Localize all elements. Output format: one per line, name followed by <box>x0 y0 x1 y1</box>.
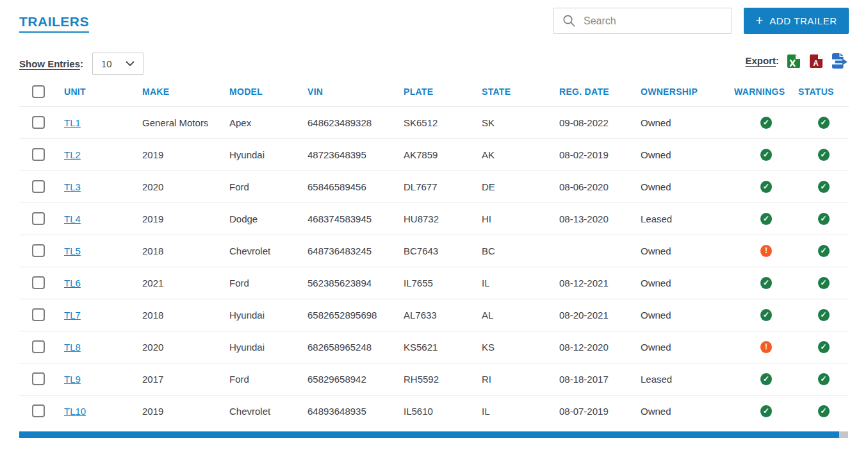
cell-vin: 48723648395 <box>307 138 404 171</box>
page-title: TRAILERS <box>19 14 89 33</box>
horizontal-scrollbar[interactable] <box>19 431 848 438</box>
col-header-unit: UNIT <box>64 77 142 106</box>
row-checkbox[interactable] <box>32 340 45 353</box>
unit-link[interactable]: TL6 <box>64 278 81 288</box>
cell-make: General Motors <box>142 106 229 138</box>
col-header-state: STATE <box>482 77 559 106</box>
row-checkbox[interactable] <box>32 212 45 225</box>
cell-vin: 468374583945 <box>307 203 404 235</box>
cell-plate: BC7643 <box>404 235 482 267</box>
export-colon: : <box>776 55 779 66</box>
search-box[interactable] <box>553 8 732 34</box>
cell-model: Ford <box>229 267 307 299</box>
cell-plate: SK6512 <box>404 106 482 138</box>
cell-model: Ford <box>229 363 307 395</box>
row-checkbox[interactable] <box>32 148 45 161</box>
unit-link[interactable]: TL9 <box>64 374 81 385</box>
cell-vin: 64893648935 <box>307 395 404 427</box>
cell-plate: HU8732 <box>404 203 482 235</box>
unit-link[interactable]: TL7 <box>64 310 81 321</box>
cell-ownership: Owned <box>641 171 734 203</box>
status-check-icon: ✓ <box>818 213 830 225</box>
warnings-check-icon: ✓ <box>760 213 772 225</box>
warnings-check-icon: ✓ <box>760 149 772 161</box>
cell-state: BC <box>482 235 559 267</box>
table-row: TL22019Hyundai48723648395AK7859AK08-02-2… <box>19 138 849 171</box>
status-check-icon: ✓ <box>818 309 830 321</box>
row-checkbox[interactable] <box>32 372 45 385</box>
cell-plate: IL5610 <box>404 395 482 427</box>
cell-reg-date: 08-06-2020 <box>559 171 641 203</box>
export-share-button[interactable] <box>831 53 849 69</box>
horizontal-scrollbar-thumb[interactable] <box>19 431 839 438</box>
unit-link[interactable]: TL4 <box>64 213 81 224</box>
table-row: TL92017Ford65829658942RH5592RI08-18-2017… <box>19 363 849 395</box>
search-input[interactable] <box>584 15 723 27</box>
cell-model: Hyundai <box>229 331 307 363</box>
status-check-icon: ✓ <box>818 373 830 385</box>
warnings-check-icon: ✓ <box>760 277 772 289</box>
row-checkbox[interactable] <box>32 276 45 289</box>
status-check-icon: ✓ <box>818 405 830 417</box>
cell-ownership: Owned <box>641 299 734 331</box>
table-row: TL52018Chevrolet648736483245BC7643BCOwne… <box>19 235 849 267</box>
export-excel-button[interactable] <box>786 53 801 69</box>
unit-link[interactable]: TL10 <box>64 406 86 417</box>
row-checkbox[interactable] <box>32 116 45 129</box>
warnings-check-icon: ✓ <box>760 117 772 129</box>
cell-plate: AL7633 <box>404 299 482 331</box>
show-entries-colon: : <box>80 58 83 69</box>
col-header-vin: VIN <box>307 77 404 106</box>
cell-state: KS <box>482 331 559 363</box>
cell-vin: 65846589456 <box>307 171 404 203</box>
warnings-check-icon: ✓ <box>760 373 772 385</box>
cell-state: DE <box>482 171 559 203</box>
row-checkbox[interactable] <box>32 308 45 321</box>
svg-text:A: A <box>813 58 819 67</box>
table-row: TL42019Dodge468374583945HU8732HI08-13-20… <box>19 203 849 235</box>
show-entries-label: Show Entries <box>19 58 80 69</box>
status-check-icon: ✓ <box>818 341 830 353</box>
unit-link[interactable]: TL2 <box>64 149 81 160</box>
add-trailer-button[interactable]: + ADD TRAILER <box>744 8 849 34</box>
table-row: TL82020Hyundai682658965248KS5621KS08-12-… <box>19 331 849 363</box>
cell-make: 2019 <box>142 138 229 171</box>
col-header-ownership: OWNERSHIP <box>641 77 734 106</box>
export-pdf-button[interactable]: A <box>808 53 824 69</box>
warnings-alert-icon: ! <box>760 245 772 257</box>
cell-reg-date: 09-08-2022 <box>559 106 641 138</box>
cell-reg-date: 08-07-2019 <box>559 395 641 427</box>
cell-vin: 65829658942 <box>307 363 404 395</box>
show-entries-control: Show Entries: 10 <box>19 52 143 75</box>
cell-ownership: Owned <box>641 267 734 299</box>
select-all-checkbox[interactable] <box>32 85 45 98</box>
unit-link[interactable]: TL1 <box>64 117 81 128</box>
unit-link[interactable]: TL8 <box>64 342 81 353</box>
cell-plate: KS5621 <box>404 331 482 363</box>
show-entries-select[interactable]: 10 <box>92 53 143 75</box>
row-checkbox[interactable] <box>32 244 45 257</box>
status-check-icon: ✓ <box>818 245 830 257</box>
unit-link[interactable]: TL3 <box>64 181 81 192</box>
pdf-icon: A <box>808 53 824 69</box>
cell-ownership: Owned <box>641 138 734 171</box>
status-check-icon: ✓ <box>818 149 830 161</box>
table-row: TL72018Hyundai6582652895698AL7633AL08-20… <box>19 299 849 331</box>
col-header-plate: PLATE <box>404 77 482 106</box>
row-checkbox[interactable] <box>32 180 45 193</box>
cell-make: 2020 <box>142 331 229 363</box>
cell-model: Chevrolet <box>229 395 307 427</box>
row-checkbox[interactable] <box>32 404 45 417</box>
cell-model: Hyundai <box>229 138 307 171</box>
unit-link[interactable]: TL5 <box>64 246 81 256</box>
cell-reg-date <box>559 235 641 267</box>
cell-vin: 648736483245 <box>307 235 404 267</box>
cell-ownership: Leased <box>641 203 734 235</box>
cell-state: AL <box>482 299 559 331</box>
cell-vin: 6582652895698 <box>307 299 404 331</box>
cell-make: 2018 <box>142 299 229 331</box>
cell-state: SK <box>482 106 559 138</box>
cell-vin: 682658965248 <box>307 331 404 363</box>
cell-state: IL <box>482 395 559 427</box>
cell-vin: 562385623894 <box>307 267 404 299</box>
